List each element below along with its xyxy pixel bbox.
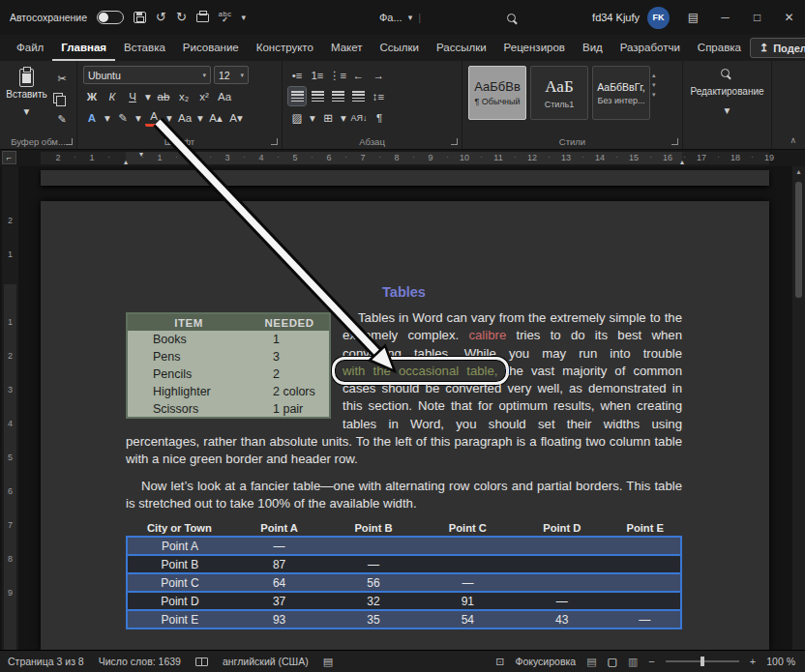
vertical-scrollbar[interactable]: ▲ [792, 166, 805, 650]
redo-icon[interactable]: ↻ [176, 0, 187, 35]
subscript-button[interactable]: x₂ [175, 87, 193, 105]
line-spacing-icon[interactable]: ↕≡ [370, 87, 387, 105]
align-left-icon[interactable] [288, 87, 306, 105]
style-card[interactable]: АаБбВв¶ Обычный [468, 66, 526, 120]
vertical-ruler[interactable]: 12123456789 [2, 166, 18, 650]
tab-Конструкто[interactable]: Конструкто [248, 35, 322, 61]
format-painter-icon[interactable]: ✎ [53, 110, 71, 129]
language-indicator[interactable]: английский (США) [223, 656, 309, 667]
underline-dropdown-icon[interactable]: ▾ [144, 87, 152, 105]
tab-Справка[interactable]: Справка [689, 35, 750, 61]
shrink-font-button[interactable]: А▾ [227, 108, 245, 127]
italic-button[interactable]: К [104, 87, 121, 105]
bold-button[interactable]: Ж [83, 87, 101, 105]
user-name[interactable]: fd34 Kjufy [592, 12, 640, 23]
quick-access-dropdown-icon[interactable]: ▾ [241, 0, 246, 35]
focus-mode-icon[interactable]: ⊡ [495, 656, 504, 668]
tab-Рассылки[interactable]: Рассылки [428, 35, 495, 61]
document-title-menu[interactable]: Фа... ▾ | [379, 0, 421, 35]
left-indent-marker[interactable]: ▴ [124, 158, 128, 166]
shading-icon[interactable]: ▨ [288, 108, 306, 127]
tab-Файл[interactable]: Файл [8, 35, 52, 61]
multilevel-list-icon[interactable]: ⋮≡ [329, 66, 346, 84]
borders-icon[interactable]: ⊞ [319, 108, 337, 127]
pilcrow-icon[interactable]: ¶ [371, 108, 388, 127]
font-color-button[interactable]: А [145, 108, 163, 127]
document-page[interactable]: Tables ITEMNEEDED Books1Pens3Pencils2Hig… [41, 201, 769, 650]
horizontal-ruler[interactable]: ⌐ ▾ ▴ ▴ 1234567891011121314151617181912·… [0, 150, 805, 166]
focus-mode-label[interactable]: Фокусировка [515, 656, 576, 667]
ribbon-display-options-icon[interactable]: ▤ [677, 0, 709, 35]
maximize-button[interactable]: □ [741, 0, 773, 35]
change-case-button[interactable]: Аа [176, 108, 194, 127]
zoom-level[interactable]: 100 % [766, 656, 795, 667]
tab-Вид[interactable]: Вид [574, 35, 611, 61]
tab-Макет[interactable]: Макет [322, 35, 372, 61]
text-effects-button[interactable]: А [83, 108, 101, 127]
save-icon[interactable] [134, 12, 146, 23]
styles-dialog-launcher[interactable] [671, 138, 678, 145]
tab-Ссылки[interactable]: Ссылки [371, 35, 428, 61]
item-table[interactable]: ITEMNEEDED Books1Pens3Pencils2Highlighte… [126, 312, 331, 419]
underline-button[interactable]: Ч [124, 87, 141, 105]
tab-selector[interactable]: ⌐ [2, 151, 16, 164]
bullets-icon[interactable]: •≡ [288, 66, 306, 84]
tab-Рецензиров[interactable]: Рецензиров [495, 35, 574, 61]
tab-Разработчи[interactable]: Разработчи [611, 35, 689, 61]
tab-Главная[interactable]: Главная [52, 35, 115, 61]
zoom-out-icon[interactable]: − [648, 656, 654, 667]
cut-icon[interactable]: ✂ [53, 70, 71, 88]
web-layout-icon[interactable]: ▥ [628, 656, 638, 668]
grow-font-button[interactable]: А▴ [207, 108, 224, 127]
tab-Вставка[interactable]: Вставка [115, 35, 174, 61]
style-card[interactable]: АаБбВвГг,Без интер... [592, 66, 650, 120]
display-settings-icon[interactable]: ▤ [323, 656, 333, 668]
read-mode-icon[interactable]: ▤ [586, 656, 596, 668]
print-icon[interactable] [196, 14, 209, 22]
share-button[interactable]: ↥ Поделиться [750, 38, 805, 58]
tab-Рисование[interactable]: Рисование [174, 35, 248, 61]
font-dialog-launcher[interactable] [271, 138, 278, 145]
avatar[interactable]: FK [647, 7, 670, 29]
font-group: Ubuntu▾ 12▾ Ж К Ч▾ ab x₂ x² Аа А▾ ✎▾ А▾ … [77, 61, 283, 149]
proofing-icon[interactable] [195, 657, 208, 666]
paragraph-dialog-launcher[interactable] [451, 138, 458, 145]
search-icon[interactable] [507, 12, 519, 29]
font-name-combo[interactable]: Ubuntu▾ [83, 66, 211, 84]
font-size-combo[interactable]: 12▾ [214, 66, 249, 84]
autosave-toggle[interactable] [97, 11, 124, 24]
align-center-icon[interactable] [309, 87, 326, 105]
scrollbar-thumb[interactable] [795, 182, 802, 298]
page-indicator[interactable]: Страница 3 из 8 [8, 656, 84, 667]
points-table[interactable]: City or TownPoint APoint BPoint CPoint D… [126, 520, 682, 629]
print-layout-icon[interactable]: ▢ [608, 656, 617, 668]
word-count[interactable]: Число слов: 1639 [99, 656, 181, 667]
paste-button[interactable]: Вставить ▾ [6, 66, 47, 129]
align-right-icon[interactable] [329, 87, 346, 105]
decrease-indent-icon[interactable]: ← [349, 66, 367, 84]
zoom-slider-thumb[interactable] [701, 657, 704, 666]
clipboard-dialog-launcher[interactable] [66, 138, 73, 145]
scroll-up-icon[interactable]: ▲ [792, 168, 805, 175]
minimize-button[interactable]: ─ [709, 0, 741, 35]
collapse-ribbon-icon[interactable]: ∧ [790, 135, 796, 145]
zoom-in-icon[interactable]: + [750, 656, 756, 667]
close-button[interactable]: ✕ [773, 0, 805, 35]
zoom-slider[interactable] [666, 660, 739, 662]
superscript-button[interactable]: x² [195, 87, 213, 105]
undo-icon[interactable]: ↺ [156, 0, 166, 35]
copy-icon[interactable] [53, 93, 65, 105]
item-table-header-row: ITEMNEEDED [127, 313, 330, 331]
justify-icon[interactable] [349, 87, 367, 105]
editing-group[interactable]: Редактирование ▾ [683, 61, 772, 149]
spellcheck-icon[interactable]: abc✓ [219, 11, 232, 25]
style-card[interactable]: АаБСтиль1 [530, 66, 588, 120]
strikethrough-button[interactable]: ab [155, 87, 172, 105]
sort-icon[interactable]: АЯ↓ [350, 108, 368, 127]
clear-formatting-button[interactable]: Аа [216, 87, 233, 105]
increase-indent-icon[interactable]: → [370, 66, 387, 84]
style-gallery-scroll[interactable]: ▴ ▾ ▾ [652, 66, 656, 120]
highlight-color-button[interactable]: ✎ [114, 108, 132, 127]
numbering-icon[interactable]: 1≡ [309, 66, 326, 84]
autosave-label: Автосохранение [10, 12, 87, 23]
